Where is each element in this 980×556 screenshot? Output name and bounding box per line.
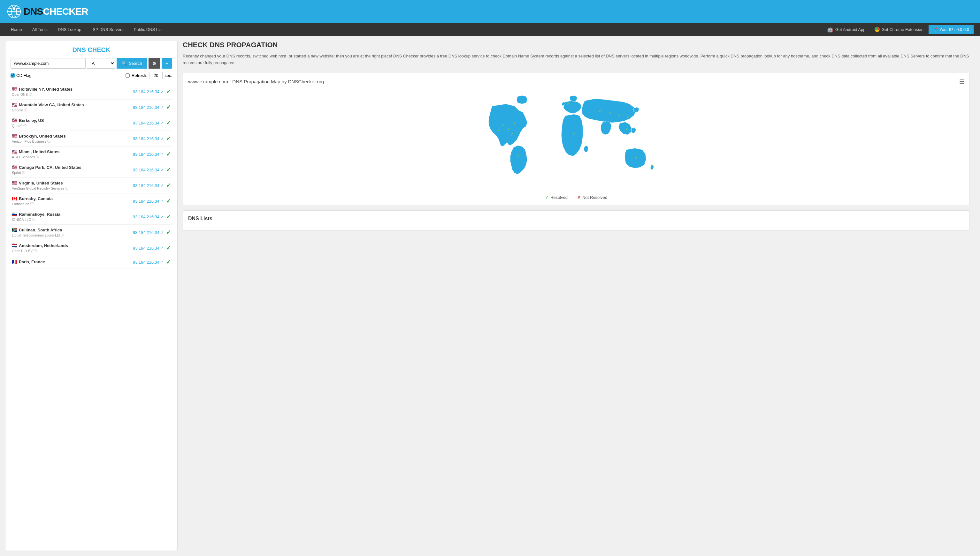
table-row: 🇺🇸 Miami, United States AT&T Services ⓘ … xyxy=(11,147,172,162)
info-icon[interactable]: ⓘ xyxy=(65,186,68,191)
ip-link[interactable]: 93.184.216.34 ↗ xyxy=(133,246,164,251)
info-icon[interactable]: ⓘ xyxy=(32,217,36,222)
chrome-extension-btn[interactable]: Get Chrome Extension xyxy=(871,25,928,34)
resolved-check-icon: ✓ xyxy=(166,259,171,265)
nav-home[interactable]: Home xyxy=(6,24,26,34)
legend-resolved: ✓ Resolved xyxy=(545,195,568,200)
description-text: Recently changed your DNS records, switc… xyxy=(183,53,970,66)
location-name: 🇺🇸 Berkeley, US xyxy=(12,118,133,123)
ip-link[interactable]: 93.184.216.34 ↗ xyxy=(133,260,164,265)
resolved-check-icon: ✓ xyxy=(545,195,549,200)
svg-text:✓: ✓ xyxy=(517,154,520,158)
external-link-icon: ↗ xyxy=(161,137,164,141)
ip-link[interactable]: 93.184.216.34 ↗ xyxy=(133,136,164,141)
refresh-label: Refresh: xyxy=(131,73,147,78)
search-label: Search xyxy=(129,61,142,66)
info-icon[interactable]: ⓘ xyxy=(47,139,50,144)
svg-text:✓: ✓ xyxy=(635,108,637,112)
provider-name: Quad9 ⓘ xyxy=(12,123,133,128)
provider-name: Liquid Telecommunications Ltd ⓘ xyxy=(12,233,133,238)
resolved-check-icon: ✓ xyxy=(166,197,171,205)
your-ip-display: 📍 Your IP : 0.0.0.0 xyxy=(928,25,974,34)
info-icon[interactable]: ⓘ xyxy=(29,92,32,97)
ip-link[interactable]: 93.184.216.34 ↗ xyxy=(133,121,164,125)
location-info: 🇷🇺 Ramenskoye, Russia IONICA LLC ⓘ xyxy=(12,212,133,222)
flag-icon: 🇨🇦 xyxy=(12,196,17,201)
provider-name: Google ⓘ xyxy=(12,108,133,112)
flag-icon: 🇺🇸 xyxy=(12,133,17,139)
logo-dns: DNS xyxy=(24,6,43,17)
gear-icon: ⚙ xyxy=(152,61,157,66)
ip-link[interactable]: 93.184.216.34 ↗ xyxy=(133,168,164,172)
svg-text:✓: ✓ xyxy=(625,127,628,131)
provider-name: Verizon Fios Business ⓘ xyxy=(12,139,133,144)
external-link-icon: ↗ xyxy=(161,121,164,125)
info-icon[interactable]: ⓘ xyxy=(22,170,25,175)
svg-text:✓: ✓ xyxy=(635,156,638,160)
info-icon[interactable]: ⓘ xyxy=(61,233,64,238)
left-panel: DNS CHECK A AAAA CNAME MX NS PTR SOA SRV… xyxy=(5,41,178,551)
external-link-icon: ↗ xyxy=(161,230,164,234)
search-button[interactable]: 🔍 Search xyxy=(117,58,147,69)
ip-link[interactable]: 93.184.216.34 ↗ xyxy=(133,215,164,219)
info-icon[interactable]: ⓘ xyxy=(34,249,37,253)
location-pin-icon: 📍 xyxy=(933,27,938,32)
cd-flag-label[interactable]: CD Flag xyxy=(11,73,32,78)
location-name: 🇺🇸 Holtsville NY, United States xyxy=(12,87,133,92)
resolved-check-icon: ✓ xyxy=(166,88,171,95)
refresh-unit: sec. xyxy=(165,73,172,78)
info-icon[interactable]: ⓘ xyxy=(36,155,39,159)
ip-link[interactable]: 93.184.216.34 ↗ xyxy=(133,199,164,204)
ip-link[interactable]: 93.184.216.34 ↗ xyxy=(133,230,164,235)
flag-icon: 🇿🇦 xyxy=(12,227,17,232)
refresh-control: Refresh: sec. xyxy=(126,72,172,79)
add-button[interactable]: + xyxy=(162,58,172,69)
ip-link[interactable]: 93.184.216.34 ↗ xyxy=(133,183,164,188)
cd-flag-text: CD Flag xyxy=(16,73,32,78)
map-menu-icon[interactable]: ☰ xyxy=(959,78,964,85)
location-info: 🇿🇦 Cullinan, South Africa Liquid Telecom… xyxy=(12,227,133,238)
ip-link[interactable]: 93.184.216.34 ↗ xyxy=(133,152,164,157)
external-link-icon: ↗ xyxy=(161,260,164,264)
nav-all-tools[interactable]: All Tools xyxy=(28,24,52,34)
flag-icon: 🇺🇸 xyxy=(12,180,17,186)
page-title: CHECK DNS PROPAGATION xyxy=(183,41,970,49)
settings-button[interactable]: ⚙ xyxy=(149,58,160,69)
android-app-btn[interactable]: 🤖 Get Android App xyxy=(823,24,870,34)
info-icon[interactable]: ⓘ xyxy=(30,202,34,206)
android-app-label: Get Android App xyxy=(835,27,866,32)
location-name: 🇨🇦 Burnaby, Canada xyxy=(12,196,133,201)
logo-container[interactable]: DNS CHECKER xyxy=(6,4,88,19)
ip-link[interactable]: 93.184.216.34 ↗ xyxy=(133,105,164,110)
logo-text: DNS CHECKER xyxy=(24,6,88,17)
location-name: 🇺🇸 Mountain View CA, United States xyxy=(12,102,133,107)
resolved-check-icon: ✓ xyxy=(166,213,171,220)
external-link-icon: ↗ xyxy=(161,168,164,172)
logo-checker: CHECKER xyxy=(43,6,88,17)
table-row: 🇺🇸 Holtsville NY, United States OpenDNS … xyxy=(11,84,172,100)
options-row: CD Flag Refresh: sec. xyxy=(11,72,172,79)
resolved-check-icon: ✓ xyxy=(166,229,171,236)
map-legend: ✓ Resolved ✗ Not Resolved xyxy=(188,195,964,200)
nav-dns-lookup[interactable]: DNS Lookup xyxy=(53,24,86,34)
nav-isp-dns[interactable]: ISP DNS Servers xyxy=(87,24,128,34)
cd-flag-checkbox[interactable] xyxy=(11,73,15,78)
refresh-checkbox[interactable] xyxy=(126,73,130,78)
header: DNS CHECKER xyxy=(0,0,980,23)
not-resolved-x-icon: ✗ xyxy=(577,195,581,200)
record-type-select[interactable]: A AAAA CNAME MX NS PTR SOA SRV TXT xyxy=(87,58,115,69)
info-icon[interactable]: ⓘ xyxy=(24,108,27,112)
refresh-input[interactable] xyxy=(149,72,163,79)
svg-text:✓: ✓ xyxy=(633,126,636,130)
resolved-check-icon: ✓ xyxy=(166,104,171,111)
chrome-extension-label: Get Chrome Extension xyxy=(881,27,924,32)
svg-text:✓: ✓ xyxy=(502,123,505,127)
svg-text:✓: ✓ xyxy=(599,109,602,113)
svg-text:✓: ✓ xyxy=(510,132,513,137)
plus-icon: + xyxy=(165,61,168,66)
nav-public-dns[interactable]: Public DNS List xyxy=(130,24,167,34)
location-name: 🇺🇸 Canoga Park, CA, United States xyxy=(12,165,133,170)
domain-input[interactable] xyxy=(11,58,86,69)
info-icon[interactable]: ⓘ xyxy=(23,123,26,128)
ip-link[interactable]: 93.184.216.34 ↗ xyxy=(133,89,164,94)
